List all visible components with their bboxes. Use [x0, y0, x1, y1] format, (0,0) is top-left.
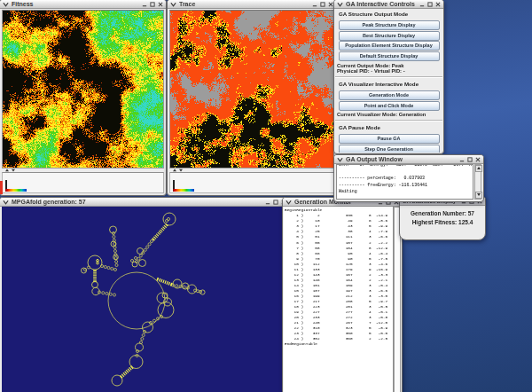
generation-number-value: Generation Number: 57 — [401, 209, 484, 218]
mpgafold-title: MPGAfold generation: 57 — [12, 198, 265, 207]
separator — [335, 76, 442, 78]
rna-secondary-structure — [2, 207, 287, 392]
maximize-icon[interactable] — [467, 157, 473, 162]
scroll-up-icon[interactable] — [475, 165, 482, 172]
window-buttons — [142, 2, 163, 7]
stats-content: Generation Number: 57 Highest Fitness: 1… — [401, 206, 484, 239]
output-textarea[interactable]: Gen: 57 Energy: min: -115.9 max: -16.7 A… — [336, 164, 473, 200]
trace-content — [168, 9, 335, 194]
population-element-structure-display-button[interactable]: Population Element Structure Display — [339, 41, 440, 51]
output-title: GA Output Window — [346, 155, 459, 164]
window-ga-interactive-controls: GA Interactive Controls GA Structure Out… — [333, 0, 444, 154]
highest-fitness-value: Highest Fitness: 125.4 — [401, 218, 484, 227]
trace-title: Trace — [179, 0, 312, 9]
current-visualizer-mode-status: Current Visualizer Mode: Generation — [337, 112, 442, 117]
window-buttons — [312, 2, 333, 7]
controls-titlebar[interactable]: GA Interactive Controls — [334, 0, 443, 9]
pause-mode-label: GA Pause Mode — [339, 124, 442, 130]
mpgafold-content — [1, 207, 288, 392]
genmon-textarea[interactable]: BeginRegionTable 1 ) 2 335 8 -14.9 2 ) 1… — [284, 207, 394, 392]
pause-ga-button[interactable]: Pause GA — [339, 134, 440, 144]
default-structure-display-button[interactable]: Default Structure Display — [339, 51, 440, 61]
window-menu-chevron-icon[interactable] — [337, 2, 343, 7]
trace-titlebar[interactable]: Trace — [168, 0, 336, 9]
rna-structure-canvas[interactable] — [2, 207, 287, 392]
window-menu-chevron-icon[interactable] — [3, 2, 9, 7]
fitness-heatmap[interactable] — [2, 10, 164, 169]
window-menu-chevron-icon[interactable] — [337, 157, 343, 162]
output-titlebar[interactable]: GA Output Window — [334, 155, 483, 164]
region-table-text: BeginRegionTable 1 ) 2 335 8 -14.9 2 ) 1… — [285, 208, 394, 347]
window-trace: Trace — [167, 0, 337, 196]
window-menu-chevron-icon[interactable] — [286, 200, 292, 205]
trace-legend-panel — [169, 172, 334, 193]
close-icon[interactable] — [475, 157, 481, 162]
desktop-background: Fitness Trace — [0, 0, 532, 392]
best-structure-display-button[interactable]: Best Structure Display — [339, 31, 440, 41]
generation-mode-button[interactable]: Generation Mode — [339, 90, 440, 100]
fitness-title: Fitness — [12, 0, 142, 9]
minimize-icon[interactable] — [142, 2, 147, 7]
minimize-icon[interactable] — [312, 2, 317, 7]
window-buttons — [459, 157, 481, 162]
window-fitness: Fitness — [0, 0, 167, 196]
output-scrollbar[interactable] — [474, 164, 481, 200]
ga-output-log-text: Gen: 57 Energy: min: -115.9 max: -16.7 A… — [339, 164, 473, 194]
red-marker — [0, 181, 3, 194]
peak-structure-display-button[interactable]: Peak Structure Display — [339, 20, 440, 30]
fitness-content — [1, 9, 165, 194]
window-menu-chevron-icon[interactable] — [170, 2, 176, 7]
fitness-titlebar[interactable]: Fitness — [0, 0, 166, 9]
mpgafold-titlebar[interactable]: MPGAfold generation: 57 — [0, 198, 289, 207]
genmon-content: BeginRegionTable 1 ) 2 335 8 -14.9 2 ) 1… — [284, 207, 401, 392]
fitness-legend-panel — [2, 172, 164, 193]
minimize-icon[interactable] — [265, 200, 270, 205]
fitness-colorbar — [5, 189, 27, 192]
minimize-icon[interactable] — [419, 2, 425, 7]
output-content: Gen: 57 Energy: min: -115.9 max: -16.7 A… — [335, 164, 482, 200]
output-mode-label: GA Structure Output Mode — [339, 11, 442, 17]
trace-colorbar — [173, 189, 194, 192]
minimize-icon[interactable] — [459, 157, 465, 162]
point-and-click-mode-button[interactable]: Point and Click Mode — [339, 101, 440, 111]
scroll-down-icon[interactable] — [475, 192, 482, 199]
close-icon[interactable] — [158, 2, 163, 7]
window-mpgafold: MPGAfold generation: 57 — [0, 197, 290, 392]
close-icon[interactable] — [435, 2, 441, 7]
controls-content: GA Structure Output Mode Peak Structure … — [335, 9, 442, 153]
trace-heatmap[interactable] — [169, 10, 334, 169]
window-buttons — [419, 2, 441, 7]
maximize-icon[interactable] — [427, 2, 433, 7]
controls-title: GA Interactive Controls — [346, 0, 419, 9]
maximize-icon[interactable] — [273, 200, 278, 205]
maximize-icon[interactable] — [320, 2, 325, 7]
window-generation-monitor: Generation Monitor BeginRegionTable 1 ) … — [282, 197, 403, 392]
pid-status: Physical PID: - Virtual PID: - — [337, 68, 442, 74]
step-one-generation-button[interactable]: Step One Generation — [339, 145, 440, 153]
window-menu-chevron-icon[interactable] — [3, 200, 9, 205]
window-ga-statistics: GA Statistics Display Generation Number:… — [399, 196, 486, 240]
separator — [335, 120, 442, 122]
visualizer-mode-label: GA Visualizer Interactive Mode — [339, 81, 442, 87]
maximize-icon[interactable] — [150, 2, 155, 7]
window-ga-output: GA Output Window Gen: 57 Energy: min: -1… — [333, 154, 484, 202]
